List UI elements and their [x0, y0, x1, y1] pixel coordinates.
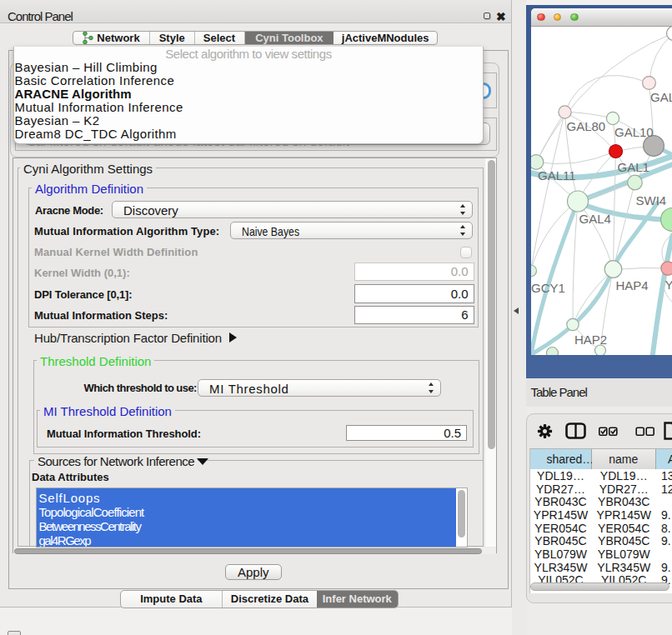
svg-text:GAL11: GAL11: [538, 168, 576, 182]
svg-text:GAL4: GAL4: [579, 212, 610, 226]
svg-text:HAP4: HAP4: [615, 278, 648, 292]
svg-text:Y: Y: [664, 277, 672, 291]
svg-text:HAP2: HAP2: [574, 332, 607, 346]
svg-text:SWI4: SWI4: [635, 192, 666, 207]
svg-text:GAL: GAL: [650, 90, 672, 104]
svg-text:GAL1: GAL1: [617, 159, 649, 173]
svg-text:GAL10: GAL10: [614, 125, 654, 139]
svg-text:GCY1: GCY1: [531, 281, 565, 295]
svg-text:GAL80: GAL80: [566, 118, 605, 132]
